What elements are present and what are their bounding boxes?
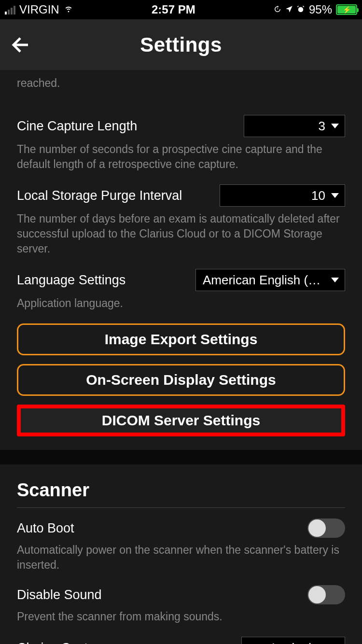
auto-boot-description: Automatically power on the scanner when … [17,538,345,582]
cine-length-value: 3 [251,119,325,134]
auto-boot-label: Auto Boot [17,521,74,536]
on-screen-display-settings-button[interactable]: On-Screen Display Settings [17,364,345,396]
button-label: DICOM Server Settings [102,412,260,429]
battery-icon: ⚡ [336,4,357,15]
purge-interval-value: 10 [227,188,325,203]
image-export-settings-button[interactable]: Image Export Settings [17,323,345,355]
signal-icon [5,5,15,14]
carrier-label: VIRGIN [19,3,59,16]
status-time: 2:57 PM [152,3,195,16]
purge-interval-select[interactable]: 10 [220,184,345,207]
language-label: Language Settings [17,273,125,288]
clarius-cast-label: Clarius Cast [17,641,88,644]
chevron-down-icon [331,278,339,282]
disable-sound-label: Disable Sound [17,588,102,602]
disable-sound-description: Prevent the scanner from making sounds. [17,604,345,634]
language-value: American English (Uni… [203,273,325,288]
disable-sound-toggle[interactable] [307,585,345,604]
battery-pct: 95% [309,3,332,16]
chevron-down-icon [331,193,339,198]
scanner-section-header: Scanner [17,464,345,508]
purge-interval-label: Local Storage Purge Interval [17,188,182,203]
language-description: Application language. [17,291,345,315]
clarius-cast-value: Institution [249,641,325,644]
cine-length-label: Cine Capture Length [17,119,137,134]
cine-length-select[interactable]: 3 [244,115,345,137]
purge-interval-description: The number of days before an exam is aut… [17,207,345,266]
back-button[interactable] [10,33,33,56]
nav-bar: Settings [0,19,362,70]
auto-boot-toggle[interactable] [307,518,345,538]
alarm-icon [296,3,305,16]
location-icon [285,3,293,16]
rotation-lock-icon [273,3,282,16]
dicom-server-settings-button[interactable]: DICOM Server Settings [17,405,345,436]
truncated-description: reached. [17,70,345,104]
cine-length-description: The number of seconds for a prospective … [17,137,345,182]
wifi-icon [63,3,74,16]
svg-point-0 [298,7,304,13]
page-title: Settings [0,33,362,56]
settings-scroll[interactable]: reached. Cine Capture Length 3 The numbe… [0,70,362,644]
language-select[interactable]: American English (Uni… [195,269,345,291]
status-bar: VIRGIN 2:57 PM 95% ⚡ [0,0,362,19]
chevron-down-icon [331,124,339,128]
button-label: Image Export Settings [105,331,258,348]
button-label: On-Screen Display Settings [86,372,276,388]
clarius-cast-select[interactable]: Institution [241,637,345,644]
